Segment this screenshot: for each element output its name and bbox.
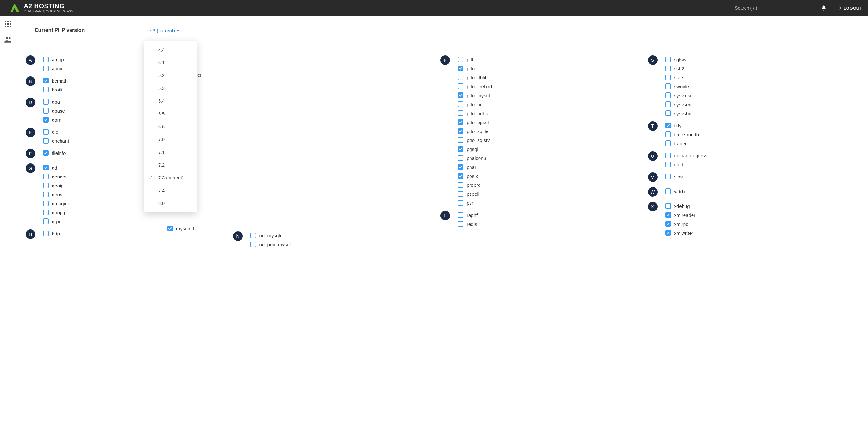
checkbox[interactable] [43, 78, 49, 83]
item-label[interactable]: gender [52, 174, 67, 179]
checkbox[interactable] [43, 165, 49, 171]
checkbox[interactable] [43, 201, 49, 206]
item-label[interactable]: xmlreader [674, 212, 696, 218]
version-option[interactable]: 5.2 [144, 69, 197, 82]
logout-button[interactable]: LOGOUT [836, 5, 862, 10]
version-option[interactable]: 5.6 [144, 120, 197, 133]
checkbox[interactable] [43, 117, 49, 123]
version-option[interactable]: 7.2 [144, 159, 197, 171]
item-label[interactable]: fileinfo [52, 150, 66, 156]
checkbox[interactable] [458, 74, 463, 80]
checkbox[interactable] [458, 57, 463, 62]
item-label[interactable]: pspell [467, 191, 479, 197]
item-label[interactable]: dba [52, 99, 60, 105]
rail-apps-icon[interactable] [3, 19, 13, 29]
checkbox[interactable] [665, 74, 671, 80]
item-label[interactable]: pdo_oci [467, 102, 484, 107]
item-label[interactable]: dom [52, 117, 61, 123]
checkbox[interactable] [43, 108, 49, 113]
item-label[interactable]: pdo_sqlite [467, 129, 489, 134]
item-label[interactable]: sysvsem [674, 102, 693, 107]
item-label[interactable]: gnupg [52, 210, 65, 215]
item-label[interactable]: pdo_sqlsrv [467, 138, 490, 143]
version-option[interactable]: 5.1 [144, 56, 197, 69]
item-label[interactable]: sysvmsg [674, 93, 693, 98]
checkbox[interactable] [458, 83, 463, 89]
checkbox[interactable] [665, 57, 671, 62]
item-label[interactable]: raphf [467, 212, 477, 218]
item-label[interactable]: wddx [674, 189, 685, 194]
checkbox[interactable] [665, 212, 671, 218]
item-label[interactable]: geos [52, 192, 62, 197]
checkbox[interactable] [43, 138, 49, 144]
item-label[interactable]: redis [467, 221, 477, 227]
item-label[interactable]: pdf [467, 57, 473, 62]
item-label[interactable]: pdo [467, 66, 475, 71]
item-label[interactable]: vips [674, 174, 683, 179]
item-label[interactable]: trader [674, 141, 687, 146]
item-label[interactable]: psr [467, 200, 473, 206]
checkbox[interactable] [665, 203, 671, 209]
item-label[interactable]: propro [467, 182, 480, 188]
item-label[interactable]: dbase [52, 108, 65, 113]
item-label[interactable]: sqlsrv [674, 57, 687, 62]
checkbox[interactable] [665, 132, 671, 137]
checkbox[interactable] [43, 87, 49, 93]
item-label[interactable]: xmlwriter [674, 230, 693, 236]
checkbox[interactable] [43, 209, 49, 215]
checkbox[interactable] [43, 66, 49, 71]
item-label[interactable]: http [52, 231, 60, 236]
item-label[interactable]: brotli [52, 87, 62, 93]
item-label[interactable]: gd [52, 165, 57, 171]
item-label[interactable]: nd_pdo_mysql [259, 242, 291, 247]
item-label[interactable]: phalcon3 [467, 156, 486, 161]
checkbox[interactable] [458, 128, 463, 134]
item-label[interactable]: stats [674, 75, 684, 80]
checkbox[interactable] [43, 174, 49, 179]
item-label[interactable]: timezonedb [674, 132, 699, 137]
item-label[interactable]: uuid [674, 162, 683, 167]
checkbox[interactable] [43, 183, 49, 189]
checkbox[interactable] [665, 101, 671, 107]
checkbox[interactable] [458, 137, 463, 143]
item-label[interactable]: uploadprogress [674, 153, 707, 158]
item-label[interactable]: sysvshm [674, 111, 693, 116]
checkbox[interactable] [665, 221, 671, 227]
checkbox[interactable] [167, 226, 173, 231]
item-label[interactable]: xmlrpc [674, 221, 688, 227]
checkbox[interactable] [458, 182, 463, 188]
item-label[interactable]: amqp [52, 57, 64, 62]
item-label[interactable]: pdo_dblib [467, 75, 488, 80]
item-label[interactable]: pdo_pgsql [467, 119, 489, 125]
item-label[interactable]: enchant [52, 138, 69, 144]
checkbox[interactable] [43, 129, 49, 135]
version-option[interactable]: 5.5 [144, 107, 197, 120]
checkbox[interactable] [458, 191, 463, 197]
checkbox[interactable] [665, 110, 671, 116]
checkbox[interactable] [250, 233, 256, 238]
version-option[interactable]: 7.3 (current) [144, 171, 197, 184]
item-label[interactable]: pdo_mysql [467, 93, 490, 98]
checkbox[interactable] [43, 99, 49, 105]
version-select[interactable]: 7.3 (current) [149, 28, 179, 33]
checkbox[interactable] [458, 164, 463, 170]
checkbox[interactable] [458, 155, 463, 161]
checkbox[interactable] [43, 192, 49, 197]
checkbox[interactable] [458, 93, 463, 98]
version-option[interactable]: 4.4 [144, 43, 197, 56]
version-option[interactable]: 5.3 [144, 82, 197, 95]
checkbox[interactable] [665, 174, 671, 179]
item-label[interactable]: grpc [52, 219, 61, 224]
item-label[interactable]: bcmath [52, 78, 68, 83]
item-label[interactable]: pgsql [467, 146, 478, 152]
version-option[interactable]: 8.0 [144, 197, 197, 210]
checkbox[interactable] [458, 101, 463, 107]
item-label[interactable]: tidy [674, 123, 682, 128]
checkbox[interactable] [665, 230, 671, 236]
rail-users-icon[interactable] [3, 35, 13, 44]
version-option[interactable]: 7.4 [144, 184, 197, 197]
brand-logo[interactable]: A2 HOSTING OUR SPEED, YOUR SUCCESS [2, 2, 74, 14]
item-label[interactable]: geoip [52, 183, 64, 189]
item-label[interactable]: pdo_firebird [467, 84, 492, 89]
checkbox[interactable] [458, 119, 463, 125]
